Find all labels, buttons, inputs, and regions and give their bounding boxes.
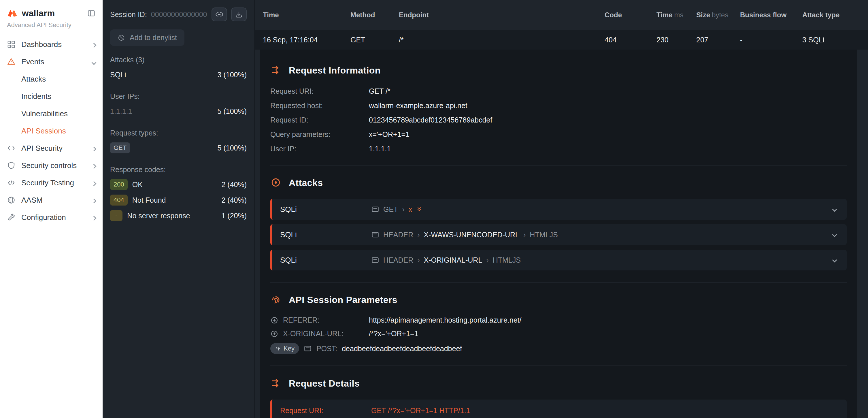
field-value: 0123456789abcdef0123456789abcdef	[369, 115, 492, 124]
logo-row: wallarm	[0, 7, 102, 20]
copy-link-button[interactable]	[212, 7, 227, 21]
chevron-down-icon	[92, 57, 96, 66]
session-id-row: Session ID: 00000000000000...	[110, 7, 247, 21]
shield-icon	[7, 161, 16, 170]
divider	[270, 165, 847, 166]
chevron-right-icon	[92, 161, 96, 170]
request-information-section-header: Request Information	[270, 65, 847, 76]
field-row: Requested host: wallarm-example.azure-ap…	[270, 101, 847, 110]
summary-row[interactable]: 1.1.1.1 5 (100%)	[110, 103, 247, 119]
field-value: GET /*	[369, 87, 391, 96]
double-chevron-down-icon	[416, 206, 423, 212]
status-count: 2 (40%)	[221, 180, 247, 189]
expand-chevron-icon[interactable]	[833, 258, 839, 262]
sidebar-item-label: Vulnerabilities	[21, 109, 68, 118]
sidebar-item-label: Security Testing	[21, 178, 74, 187]
summary-row[interactable]: - No server response 1 (20%)	[110, 208, 247, 223]
download-button[interactable]	[231, 7, 247, 21]
sidebar-item-aasm[interactable]: AASM	[0, 191, 102, 209]
sidebar-item-label: Dashboards	[21, 40, 62, 49]
wrench-icon	[7, 213, 16, 222]
status-badge: -	[110, 210, 122, 221]
sidebar-item-events[interactable]: Events	[0, 53, 102, 70]
fingerprint-mini-icon	[275, 346, 281, 351]
param-value: deadbeefdeadbeefdeadbeefdeadbeef	[342, 345, 462, 353]
attacks-section-header: Attacks	[270, 177, 847, 188]
sidebar-item-api-security[interactable]: API Security	[0, 140, 102, 157]
code-test-icon	[7, 178, 16, 187]
path-separator	[417, 256, 420, 264]
sidebar-item-dashboards[interactable]: Dashboards	[0, 36, 102, 53]
chevron-right-icon	[92, 40, 96, 49]
field-label: User IP:	[270, 144, 369, 153]
request-part-icon	[371, 206, 379, 213]
attack-param: X-WAWS-UNENCODED-URL	[424, 231, 519, 239]
user-ip-count: 5 (100%)	[218, 107, 247, 116]
sidebar-item-api-sessions[interactable]: API Sessions	[0, 122, 102, 140]
attack-path: HEADER X-WAWS-UNENCODED-URL HTMLJS	[371, 231, 558, 239]
sidebar-item-security-controls[interactable]: Security controls	[0, 157, 102, 174]
collapse-sidebar-icon[interactable]	[87, 9, 96, 18]
requests-table-header: Time Method Endpoint Code Timems Sizebyt…	[255, 0, 868, 30]
expand-chevron-icon[interactable]	[833, 233, 839, 236]
expand-chevron-icon[interactable]	[833, 208, 839, 211]
section-title: Attacks	[289, 178, 323, 188]
sidebar-item-attacks[interactable]: Attacks	[0, 70, 102, 88]
sidebar-item-label: AASM	[21, 196, 43, 205]
sidebar-item-configuration[interactable]: Configuration	[0, 209, 102, 226]
status-badge: 404	[110, 195, 128, 206]
chevron-right-icon	[92, 178, 96, 187]
request-row[interactable]: 16 Sep, 17:16:04 GET /* 404 230 207 - 3 …	[255, 30, 868, 50]
summary-row[interactable]: 200 OK 2 (40%)	[110, 177, 247, 192]
request-detail-panel: Request Information Request URI: GET /* …	[260, 50, 857, 418]
raw-request-value: GET /*?x='+OR+1=1 HTTP/1.1	[371, 407, 470, 415]
section-title: Request Information	[289, 65, 381, 76]
globe-icon	[7, 196, 16, 205]
attack-point: GET	[383, 205, 398, 214]
status-label: OK	[132, 180, 143, 189]
attack-path: HEADER X-ORIGINAL-URL HTMLJS	[371, 256, 521, 264]
attack-item[interactable]: SQLi HEADER X-WAWS-UNENCODED-URL HTMLJS	[270, 224, 847, 245]
attack-type: SQLi	[280, 230, 371, 239]
chevron-right-icon	[92, 196, 96, 205]
user-ips-header: User IPs:	[110, 92, 247, 100]
sidebar-item-incidents[interactable]: Incidents	[0, 88, 102, 105]
add-to-denylist-label: Add to denylist	[130, 33, 177, 42]
grid-icon	[7, 40, 16, 49]
summary-row[interactable]: SQLi 3 (100%)	[110, 67, 247, 83]
field-row: User IP: 1.1.1.1	[270, 144, 847, 153]
param-name: POST:	[316, 345, 337, 353]
fingerprint-icon	[270, 294, 282, 305]
attack-param-link[interactable]: x	[409, 205, 412, 214]
attack-variant: HTMLJS	[530, 231, 558, 239]
summary-row[interactable]: GET 5 (100%)	[110, 140, 247, 156]
wallarm-logo-icon	[7, 8, 18, 18]
key-badge-label: Key	[284, 345, 294, 352]
field-value: x='+OR+1=1	[369, 130, 409, 139]
brand-subtitle: Advanced API Security	[0, 20, 102, 36]
field-value: 1.1.1.1	[369, 144, 391, 153]
divider	[270, 282, 847, 282]
summary-row[interactable]: 404 Not Found 2 (40%)	[110, 192, 247, 208]
session-id-label: Session ID:	[110, 10, 147, 19]
attack-item[interactable]: SQLi GET x	[270, 199, 847, 220]
circle-plus-icon[interactable]	[270, 330, 278, 338]
api-session-parameters-section-header: API Session Parameters	[270, 294, 847, 305]
add-to-denylist-button[interactable]: Add to denylist	[110, 29, 184, 46]
circle-plus-icon[interactable]	[270, 316, 278, 324]
session-summary-panel: Session ID: 00000000000000... Add to den…	[102, 0, 255, 418]
attack-item[interactable]: SQLi HEADER X-ORIGINAL-URL HTMLJS	[270, 250, 847, 270]
unit-bytes: bytes	[712, 11, 728, 19]
sidebar-item-vulnerabilities[interactable]: Vulnerabilities	[0, 105, 102, 122]
raw-request-label: Request URI:	[280, 407, 371, 415]
sidebar-item-label: Security controls	[21, 161, 76, 170]
status-badge: 200	[110, 179, 128, 190]
attack-type: SQLi	[280, 256, 371, 265]
request-part-icon	[304, 345, 312, 352]
user-ip-label: 1.1.1.1	[110, 107, 132, 116]
section-title: Request Details	[289, 378, 360, 389]
sidebar-item-label: Attacks	[21, 74, 46, 84]
sidebar-item-security-testing[interactable]: Security Testing	[0, 174, 102, 191]
request-info-icon	[270, 65, 282, 76]
target-icon	[270, 177, 282, 188]
